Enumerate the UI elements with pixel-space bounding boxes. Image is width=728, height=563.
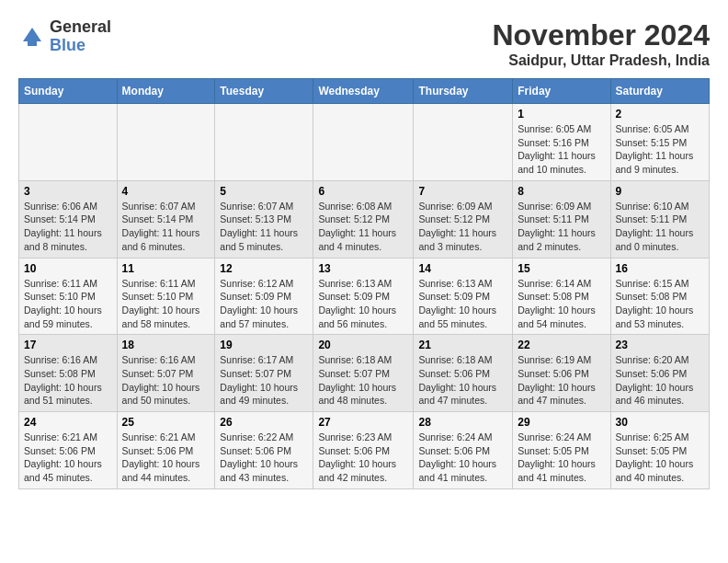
calendar-week-5: 24Sunrise: 6:21 AMSunset: 5:06 PMDayligh… xyxy=(19,412,710,489)
calendar-header-row: Sunday Monday Tuesday Wednesday Thursday… xyxy=(19,79,710,104)
col-monday: Monday xyxy=(117,79,215,104)
day-info: Sunrise: 6:11 AMSunset: 5:10 PMDaylight:… xyxy=(24,277,112,331)
day-number: 9 xyxy=(616,185,705,198)
day-number: 12 xyxy=(220,262,308,275)
day-number: 25 xyxy=(122,416,210,429)
page-header: General Blue November 2024 Saidpur, Utta… xyxy=(18,18,710,69)
calendar-cell: 24Sunrise: 6:21 AMSunset: 5:06 PMDayligh… xyxy=(19,412,118,489)
calendar-cell: 19Sunrise: 6:17 AMSunset: 5:07 PMDayligh… xyxy=(215,335,313,412)
day-info: Sunrise: 6:23 AMSunset: 5:06 PMDaylight:… xyxy=(318,431,408,485)
title-area: November 2024 Saidpur, Uttar Pradesh, In… xyxy=(492,18,710,69)
calendar-cell: 25Sunrise: 6:21 AMSunset: 5:06 PMDayligh… xyxy=(117,412,215,489)
logo-text: General Blue xyxy=(50,18,111,55)
day-info: Sunrise: 6:19 AMSunset: 5:06 PMDaylight:… xyxy=(518,353,605,408)
day-number: 19 xyxy=(220,339,308,351)
calendar-cell: 22Sunrise: 6:19 AMSunset: 5:06 PMDayligh… xyxy=(513,335,610,412)
day-info: Sunrise: 6:05 AMSunset: 5:16 PMDaylight:… xyxy=(518,122,605,177)
day-info: Sunrise: 6:08 AMSunset: 5:12 PMDaylight:… xyxy=(318,200,408,254)
day-info: Sunrise: 6:17 AMSunset: 5:07 PMDaylight:… xyxy=(220,353,308,408)
logo-blue: Blue xyxy=(50,37,111,55)
day-number: 2 xyxy=(616,108,705,121)
calendar-table: Sunday Monday Tuesday Wednesday Thursday… xyxy=(18,78,710,489)
calendar-cell: 7Sunrise: 6:09 AMSunset: 5:12 PMDaylight… xyxy=(414,180,513,258)
day-number: 8 xyxy=(518,185,605,198)
calendar-cell: 9Sunrise: 6:10 AMSunset: 5:11 PMDaylight… xyxy=(610,180,710,258)
day-number: 29 xyxy=(518,416,605,429)
day-number: 16 xyxy=(616,262,705,275)
day-info: Sunrise: 6:18 AMSunset: 5:06 PMDaylight:… xyxy=(418,353,507,408)
calendar-week-2: 3Sunrise: 6:06 AMSunset: 5:14 PMDaylight… xyxy=(19,180,710,258)
day-number: 15 xyxy=(518,262,605,275)
day-number: 13 xyxy=(318,262,408,275)
day-info: Sunrise: 6:24 AMSunset: 5:06 PMDaylight:… xyxy=(418,431,507,485)
day-number: 23 xyxy=(616,339,705,351)
calendar-cell: 15Sunrise: 6:14 AMSunset: 5:08 PMDayligh… xyxy=(513,258,610,335)
calendar-cell: 12Sunrise: 6:12 AMSunset: 5:09 PMDayligh… xyxy=(215,258,313,335)
col-tuesday: Tuesday xyxy=(215,79,313,104)
calendar-cell: 16Sunrise: 6:15 AMSunset: 5:08 PMDayligh… xyxy=(610,258,710,335)
day-number: 3 xyxy=(24,185,112,198)
day-number: 11 xyxy=(122,262,210,275)
calendar-cell xyxy=(117,104,215,181)
calendar-cell: 26Sunrise: 6:22 AMSunset: 5:06 PMDayligh… xyxy=(215,412,313,489)
day-info: Sunrise: 6:21 AMSunset: 5:06 PMDaylight:… xyxy=(24,431,112,485)
day-number: 21 xyxy=(418,339,507,351)
day-number: 28 xyxy=(418,416,507,429)
calendar-cell: 30Sunrise: 6:25 AMSunset: 5:05 PMDayligh… xyxy=(610,412,710,489)
calendar-cell: 23Sunrise: 6:20 AMSunset: 5:06 PMDayligh… xyxy=(610,335,710,412)
calendar-week-1: 1Sunrise: 6:05 AMSunset: 5:16 PMDaylight… xyxy=(19,104,710,181)
day-number: 18 xyxy=(122,339,210,351)
calendar-cell: 20Sunrise: 6:18 AMSunset: 5:07 PMDayligh… xyxy=(313,335,414,412)
day-number: 1 xyxy=(518,108,605,121)
calendar-week-4: 17Sunrise: 6:16 AMSunset: 5:08 PMDayligh… xyxy=(19,335,710,412)
svg-marker-0 xyxy=(23,28,41,41)
day-info: Sunrise: 6:20 AMSunset: 5:06 PMDaylight:… xyxy=(616,353,705,408)
day-info: Sunrise: 6:14 AMSunset: 5:08 PMDaylight:… xyxy=(518,277,605,331)
day-number: 30 xyxy=(616,416,705,429)
calendar-cell: 1Sunrise: 6:05 AMSunset: 5:16 PMDaylight… xyxy=(513,104,610,181)
logo: General Blue xyxy=(18,18,111,55)
day-info: Sunrise: 6:16 AMSunset: 5:08 PMDaylight:… xyxy=(24,353,112,408)
day-number: 17 xyxy=(24,339,112,351)
month-title: November 2024 xyxy=(492,18,710,52)
calendar-cell: 18Sunrise: 6:16 AMSunset: 5:07 PMDayligh… xyxy=(117,335,215,412)
day-number: 26 xyxy=(220,416,308,429)
day-info: Sunrise: 6:25 AMSunset: 5:05 PMDaylight:… xyxy=(616,431,705,485)
day-info: Sunrise: 6:13 AMSunset: 5:09 PMDaylight:… xyxy=(418,277,507,331)
day-info: Sunrise: 6:16 AMSunset: 5:07 PMDaylight:… xyxy=(122,353,210,408)
calendar-cell: 2Sunrise: 6:05 AMSunset: 5:15 PMDaylight… xyxy=(610,104,710,181)
calendar-cell: 13Sunrise: 6:13 AMSunset: 5:09 PMDayligh… xyxy=(313,258,414,335)
calendar-cell: 10Sunrise: 6:11 AMSunset: 5:10 PMDayligh… xyxy=(19,258,118,335)
day-info: Sunrise: 6:10 AMSunset: 5:11 PMDaylight:… xyxy=(616,200,705,254)
day-info: Sunrise: 6:09 AMSunset: 5:12 PMDaylight:… xyxy=(418,200,507,254)
day-info: Sunrise: 6:07 AMSunset: 5:13 PMDaylight:… xyxy=(220,200,308,254)
calendar-cell xyxy=(215,104,313,181)
day-number: 6 xyxy=(318,185,408,198)
calendar-week-3: 10Sunrise: 6:11 AMSunset: 5:10 PMDayligh… xyxy=(19,258,710,335)
day-number: 20 xyxy=(318,339,408,351)
day-info: Sunrise: 6:09 AMSunset: 5:11 PMDaylight:… xyxy=(518,200,605,254)
calendar-cell: 29Sunrise: 6:24 AMSunset: 5:05 PMDayligh… xyxy=(513,412,610,489)
location-title: Saidpur, Uttar Pradesh, India xyxy=(492,52,710,69)
calendar-cell: 3Sunrise: 6:06 AMSunset: 5:14 PMDaylight… xyxy=(19,180,118,258)
logo-general: General xyxy=(50,18,111,37)
day-info: Sunrise: 6:06 AMSunset: 5:14 PMDaylight:… xyxy=(24,200,112,254)
col-friday: Friday xyxy=(513,79,610,104)
day-number: 4 xyxy=(122,185,210,198)
col-wednesday: Wednesday xyxy=(313,79,414,104)
calendar-cell: 21Sunrise: 6:18 AMSunset: 5:06 PMDayligh… xyxy=(414,335,513,412)
day-number: 22 xyxy=(518,339,605,351)
day-info: Sunrise: 6:11 AMSunset: 5:10 PMDaylight:… xyxy=(122,277,210,331)
day-number: 7 xyxy=(418,185,507,198)
calendar-cell: 8Sunrise: 6:09 AMSunset: 5:11 PMDaylight… xyxy=(513,180,610,258)
calendar-cell: 5Sunrise: 6:07 AMSunset: 5:13 PMDaylight… xyxy=(215,180,313,258)
calendar-cell: 6Sunrise: 6:08 AMSunset: 5:12 PMDaylight… xyxy=(313,180,414,258)
calendar-cell: 11Sunrise: 6:11 AMSunset: 5:10 PMDayligh… xyxy=(117,258,215,335)
svg-rect-1 xyxy=(28,41,37,46)
calendar-cell: 17Sunrise: 6:16 AMSunset: 5:08 PMDayligh… xyxy=(19,335,118,412)
col-sunday: Sunday xyxy=(19,79,118,104)
day-info: Sunrise: 6:24 AMSunset: 5:05 PMDaylight:… xyxy=(518,431,605,485)
day-info: Sunrise: 6:05 AMSunset: 5:15 PMDaylight:… xyxy=(616,122,705,177)
day-number: 24 xyxy=(24,416,112,429)
col-thursday: Thursday xyxy=(414,79,513,104)
